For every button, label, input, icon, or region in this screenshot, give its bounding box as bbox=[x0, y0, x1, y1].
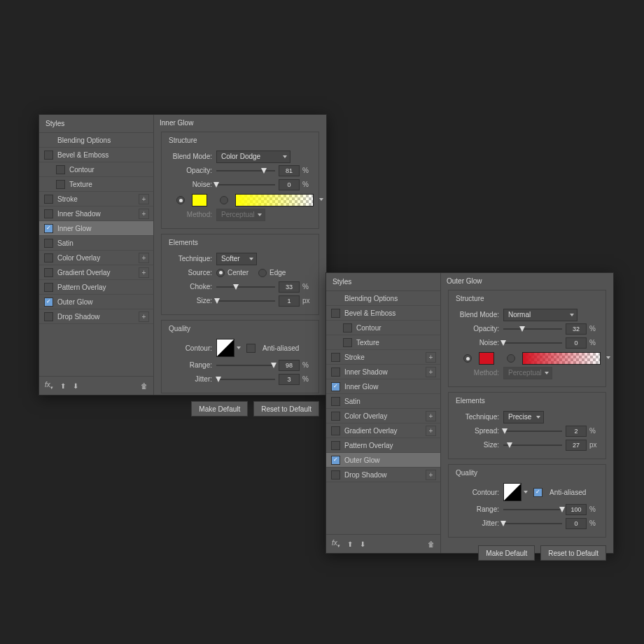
add-effect-icon[interactable]: + bbox=[139, 312, 149, 322]
style-row-texture[interactable]: Texture bbox=[326, 335, 440, 350]
style-checkbox[interactable] bbox=[44, 283, 53, 292]
range-slider[interactable] bbox=[216, 360, 275, 370]
style-row-color-overlay[interactable]: Color Overlay+ bbox=[39, 251, 153, 265]
technique-select[interactable]: Precise bbox=[503, 411, 544, 424]
contour-picker[interactable] bbox=[216, 339, 234, 357]
style-checkbox[interactable] bbox=[331, 470, 340, 479]
noise-value[interactable]: 0 bbox=[279, 179, 300, 190]
style-checkbox[interactable] bbox=[343, 323, 352, 332]
style-checkbox[interactable] bbox=[44, 268, 53, 277]
style-row-gradient-overlay[interactable]: Gradient Overlay+ bbox=[39, 265, 153, 280]
style-row-bevel-emboss[interactable]: Bevel & Emboss bbox=[39, 148, 153, 162]
size-slider[interactable] bbox=[216, 296, 275, 306]
opacity-value[interactable]: 32 bbox=[566, 323, 587, 335]
add-effect-icon[interactable]: + bbox=[426, 411, 436, 421]
style-row-satin[interactable]: Satin bbox=[326, 394, 440, 409]
trash-icon[interactable]: 🗑 bbox=[141, 382, 148, 390]
color-swatch[interactable] bbox=[479, 352, 494, 365]
add-effect-icon[interactable]: + bbox=[426, 352, 436, 363]
style-checkbox[interactable] bbox=[331, 456, 340, 465]
style-checkbox[interactable] bbox=[331, 412, 340, 421]
style-row-drop-shadow[interactable]: Drop Shadow+ bbox=[39, 309, 153, 324]
style-checkbox[interactable] bbox=[331, 397, 340, 406]
size-value[interactable]: 1 bbox=[279, 295, 300, 307]
fx-icon[interactable]: fx▾ bbox=[45, 381, 53, 391]
style-checkbox[interactable] bbox=[331, 382, 340, 391]
style-checkbox[interactable] bbox=[44, 195, 53, 204]
opacity-value[interactable]: 81 bbox=[279, 165, 300, 176]
add-effect-icon[interactable]: + bbox=[139, 253, 149, 263]
style-row-outer-glow[interactable]: Outer Glow bbox=[39, 295, 153, 309]
spread-slider[interactable] bbox=[503, 426, 562, 436]
style-checkbox[interactable] bbox=[331, 353, 340, 362]
range-value[interactable]: 98 bbox=[279, 360, 300, 371]
style-row-inner-shadow[interactable]: Inner Shadow+ bbox=[39, 206, 153, 221]
style-checkbox[interactable] bbox=[44, 209, 53, 218]
style-row-inner-glow[interactable]: Inner Glow bbox=[326, 379, 440, 394]
noise-slider[interactable] bbox=[503, 338, 562, 348]
jitter-value[interactable]: 3 bbox=[279, 374, 300, 385]
style-checkbox[interactable] bbox=[44, 150, 53, 160]
style-checkbox[interactable] bbox=[56, 180, 65, 189]
style-row-pattern-overlay[interactable]: Pattern Overlay bbox=[39, 280, 153, 295]
blending-options-row[interactable]: Blending Options bbox=[39, 133, 153, 148]
style-checkbox[interactable] bbox=[44, 239, 53, 248]
style-checkbox[interactable] bbox=[331, 441, 340, 450]
style-row-texture[interactable]: Texture bbox=[39, 177, 153, 192]
solid-color-radio[interactable] bbox=[176, 196, 185, 204]
size-slider[interactable] bbox=[503, 440, 562, 450]
style-row-pattern-overlay[interactable]: Pattern Overlay bbox=[326, 438, 440, 453]
trash-icon[interactable]: 🗑 bbox=[428, 540, 435, 548]
opacity-slider[interactable] bbox=[503, 324, 562, 334]
color-swatch[interactable] bbox=[192, 194, 207, 206]
source-center-radio[interactable] bbox=[216, 269, 225, 277]
noise-value[interactable]: 0 bbox=[566, 337, 587, 349]
reset-default-button[interactable]: Reset to Default bbox=[253, 401, 319, 416]
opacity-slider[interactable] bbox=[216, 166, 275, 176]
style-row-satin[interactable]: Satin bbox=[39, 236, 153, 251]
contour-picker[interactable] bbox=[503, 483, 522, 501]
gradient-swatch[interactable] bbox=[522, 352, 601, 365]
choke-slider[interactable] bbox=[216, 282, 275, 292]
solid-color-radio[interactable] bbox=[463, 354, 472, 363]
style-checkbox[interactable] bbox=[44, 312, 53, 321]
jitter-slider[interactable] bbox=[216, 374, 275, 384]
anti-aliased-checkbox[interactable] bbox=[533, 488, 542, 497]
style-checkbox[interactable] bbox=[343, 338, 352, 347]
style-row-inner-shadow[interactable]: Inner Shadow+ bbox=[326, 365, 440, 379]
gradient-radio[interactable] bbox=[507, 354, 515, 363]
anti-aliased-checkbox[interactable] bbox=[246, 344, 255, 353]
make-default-button[interactable]: Make Default bbox=[478, 545, 535, 561]
gradient-swatch[interactable] bbox=[235, 194, 314, 206]
style-checkbox[interactable] bbox=[331, 426, 340, 435]
jitter-value[interactable]: 0 bbox=[566, 518, 587, 529]
style-checkbox[interactable] bbox=[331, 368, 340, 377]
technique-select[interactable]: Softer bbox=[216, 253, 257, 265]
style-row-outer-glow[interactable]: Outer Glow bbox=[326, 453, 440, 468]
blending-options-row[interactable]: Blending Options bbox=[326, 291, 440, 306]
add-effect-icon[interactable]: + bbox=[426, 426, 436, 436]
choke-value[interactable]: 33 bbox=[279, 281, 300, 293]
gradient-radio[interactable] bbox=[220, 196, 228, 204]
style-row-drop-shadow[interactable]: Drop Shadow+ bbox=[326, 468, 440, 482]
add-effect-icon[interactable]: + bbox=[426, 367, 436, 377]
reset-default-button[interactable]: Reset to Default bbox=[540, 545, 606, 561]
down-icon[interactable]: ⬇ bbox=[360, 540, 365, 548]
noise-slider[interactable] bbox=[216, 180, 275, 190]
style-checkbox[interactable] bbox=[44, 298, 53, 307]
style-row-color-overlay[interactable]: Color Overlay+ bbox=[326, 409, 440, 424]
style-checkbox[interactable] bbox=[44, 224, 53, 233]
style-checkbox[interactable] bbox=[44, 253, 53, 262]
style-checkbox[interactable] bbox=[331, 309, 340, 318]
blend-mode-select[interactable]: Normal bbox=[503, 309, 578, 321]
add-effect-icon[interactable]: + bbox=[139, 194, 149, 204]
style-checkbox[interactable] bbox=[56, 165, 65, 174]
size-value[interactable]: 27 bbox=[566, 440, 587, 451]
up-icon[interactable]: ⬆ bbox=[60, 382, 66, 390]
source-edge-radio[interactable] bbox=[258, 269, 267, 277]
add-effect-icon[interactable]: + bbox=[139, 209, 149, 219]
add-effect-icon[interactable]: + bbox=[426, 470, 436, 480]
range-value[interactable]: 100 bbox=[566, 504, 587, 515]
down-icon[interactable]: ⬇ bbox=[73, 382, 78, 390]
style-row-bevel-emboss[interactable]: Bevel & Emboss bbox=[326, 306, 440, 321]
